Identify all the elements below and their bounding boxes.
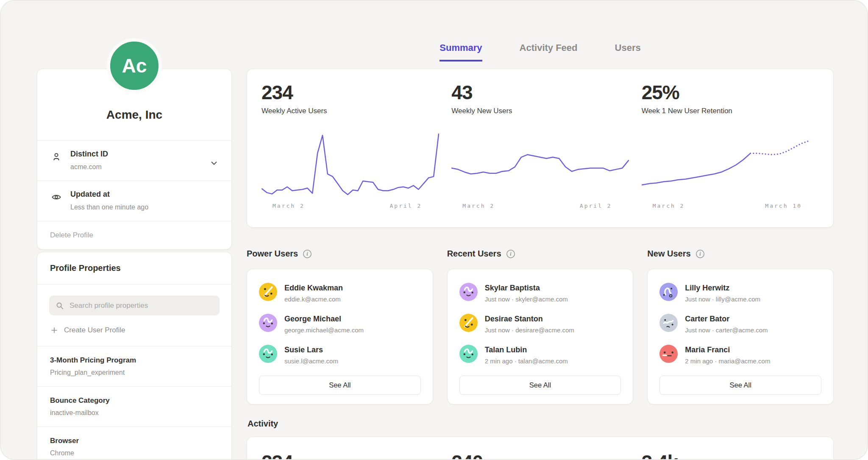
stat-label: Weekly Active Users xyxy=(262,107,439,115)
search-icon xyxy=(55,301,64,310)
info-icon[interactable]: i xyxy=(303,249,312,259)
tab-activity-feed[interactable]: Activity Feed xyxy=(520,42,578,61)
user-name: Talan Lubin xyxy=(485,345,568,354)
property-name: Bounce Category xyxy=(50,396,219,405)
x-axis-end: April 2 xyxy=(390,203,422,209)
user-email: eddie.k@acme.com xyxy=(284,296,343,303)
recent-users-title: Recent Users xyxy=(447,249,501,259)
user-meta: Just now · desirare@acme.com xyxy=(485,326,574,334)
power-users-section: Power Users i Eddie Kwakman eddie.k@acme… xyxy=(247,249,433,404)
x-axis-start: March 2 xyxy=(653,203,685,209)
stat-value: 43 xyxy=(451,81,629,104)
user-avatar xyxy=(459,314,478,332)
distinct-id-label: Distinct ID xyxy=(70,150,220,159)
plus-icon xyxy=(50,326,58,335)
property-name: 3-Month Pricing Program xyxy=(50,356,219,365)
user-row[interactable]: Eddie Kwakman eddie.k@acme.com xyxy=(259,283,421,303)
svg-text:i: i xyxy=(699,251,701,257)
x-axis-labels: March 2 April 2 xyxy=(262,199,439,209)
user-row[interactable]: Lilly Herwitz Just now · lilly@acme.com xyxy=(659,283,821,303)
summary-stats-card: 234 Weekly Active Users March 2 April 2 … xyxy=(247,69,834,228)
x-axis-start: March 2 xyxy=(273,203,305,209)
tab-users[interactable]: Users xyxy=(615,42,641,61)
updated-at-value: Less than one minute ago xyxy=(70,204,220,211)
delete-profile-button[interactable]: Delete Profile xyxy=(37,221,231,249)
user-email: george.michael@acme.com xyxy=(284,326,364,334)
recent-users-card: Skylar Baptista Just now · skyler@acme.c… xyxy=(447,269,634,404)
weekly-active-users-sparkline xyxy=(262,131,439,199)
user-meta: Just now · skyler@acme.com xyxy=(485,296,568,303)
property-name: Browser xyxy=(50,437,219,445)
new-users-title: New Users xyxy=(647,249,690,259)
user-row[interactable]: Skylar Baptista Just now · skyler@acme.c… xyxy=(459,283,621,303)
user-name: Eddie Kwakman xyxy=(284,283,343,293)
stat-weekly-active-users: 234 Weekly Active Users March 2 April 2 xyxy=(262,81,439,227)
user-avatar xyxy=(459,345,478,363)
info-icon[interactable]: i xyxy=(696,249,705,259)
user-row[interactable]: Desirae Stanton Just now · desirare@acme… xyxy=(459,314,621,334)
see-all-button[interactable]: See All xyxy=(659,376,821,395)
tab-summary[interactable]: Summary xyxy=(440,42,482,61)
stat-value: 25% xyxy=(642,81,819,104)
create-user-profile-button[interactable]: Create User Profile xyxy=(37,315,231,346)
chevron-down-icon[interactable] xyxy=(209,159,219,168)
property-value: inactive-mailbox xyxy=(50,409,219,417)
profile-dashboard-window: Ac Acme, Inc Distinct ID acme.com xyxy=(0,0,868,460)
distinct-id-value: acme.com xyxy=(70,163,220,171)
profile-properties-search[interactable] xyxy=(49,296,220,315)
recent-users-section: Recent Users i Skylar Baptista Just now … xyxy=(447,249,634,404)
user-avatar xyxy=(659,314,678,332)
user-meta: Just now · lilly@acme.com xyxy=(685,296,760,303)
user-row[interactable]: Talan Lubin 2 min ago · talan@acme.com xyxy=(459,345,621,365)
user-name: Carter Bator xyxy=(685,314,768,323)
create-user-profile-label: Create User Profile xyxy=(64,326,125,335)
user-row[interactable]: Susie Lars susie.l@acme.com xyxy=(259,345,421,365)
eye-icon xyxy=(51,192,62,203)
week1-retention-sparkline xyxy=(642,131,819,199)
activity-stat-value: 234 xyxy=(262,451,439,460)
user-row[interactable]: George Michael george.michael@acme.com xyxy=(259,314,421,334)
user-meta: 2 min ago · maria@acme.com xyxy=(685,357,770,365)
x-axis-labels: March 2 April 2 xyxy=(451,199,629,209)
user-avatar xyxy=(459,283,478,301)
stat-label: Weekly New Users xyxy=(451,107,629,115)
see-all-button[interactable]: See All xyxy=(259,376,421,395)
user-row[interactable]: Maria Franci 2 min ago · maria@acme.com xyxy=(659,345,821,365)
property-value: Chrome xyxy=(50,449,219,457)
user-name: Skylar Baptista xyxy=(485,283,568,293)
user-name: Maria Franci xyxy=(685,345,770,354)
user-row[interactable]: Carter Bator Just now · carter@acme.com xyxy=(659,314,821,334)
power-users-title: Power Users xyxy=(247,249,298,259)
company-avatar: Ac xyxy=(107,38,162,93)
stat-week1-retention: 25% Week 1 New User Retention March 2 Ma… xyxy=(642,81,819,227)
user-name: Desirae Stanton xyxy=(485,314,574,323)
activity-stat-value: 3.4k xyxy=(642,451,819,460)
x-axis-start: March 2 xyxy=(462,203,495,209)
stat-weekly-new-users: 43 Weekly New Users March 2 April 2 xyxy=(451,81,629,227)
activity-stat-value: 240 xyxy=(451,451,629,460)
x-axis-end: April 2 xyxy=(580,203,612,209)
svg-text:i: i xyxy=(510,251,512,257)
svg-text:i: i xyxy=(307,251,309,257)
stat-label: Week 1 New User Retention xyxy=(642,107,819,115)
activity-section-title: Activity xyxy=(248,419,278,429)
user-meta: Just now · carter@acme.com xyxy=(685,326,768,334)
search-input[interactable] xyxy=(69,301,214,310)
company-profile-card: Acme, Inc Distinct ID acme.com xyxy=(37,69,232,250)
stat-value: 234 xyxy=(262,81,439,104)
distinct-id-row: Distinct ID acme.com xyxy=(37,141,231,181)
property-row-browser[interactable]: Browser Chrome xyxy=(37,427,231,460)
user-meta: 2 min ago · talan@acme.com xyxy=(485,357,568,365)
property-row-pricing-program[interactable]: 3-Month Pricing Program Pricing_plan_exp… xyxy=(37,346,231,387)
profile-properties-card: Profile Properties Create User Profile 3… xyxy=(37,252,232,460)
new-users-section: New Users i Lilly Herwitz Just now · lil… xyxy=(647,249,834,404)
person-icon xyxy=(51,151,62,162)
see-all-button[interactable]: See All xyxy=(459,376,621,395)
main-tab-bar: Summary Activity Feed Users xyxy=(247,42,834,61)
user-sections: Power Users i Eddie Kwakman eddie.k@acme… xyxy=(247,249,834,404)
property-row-bounce-category[interactable]: Bounce Category inactive-mailbox xyxy=(37,387,231,427)
user-avatar xyxy=(259,283,277,301)
weekly-new-users-sparkline xyxy=(451,131,629,199)
info-icon[interactable]: i xyxy=(506,249,515,259)
x-axis-end: March 10 xyxy=(765,203,802,209)
